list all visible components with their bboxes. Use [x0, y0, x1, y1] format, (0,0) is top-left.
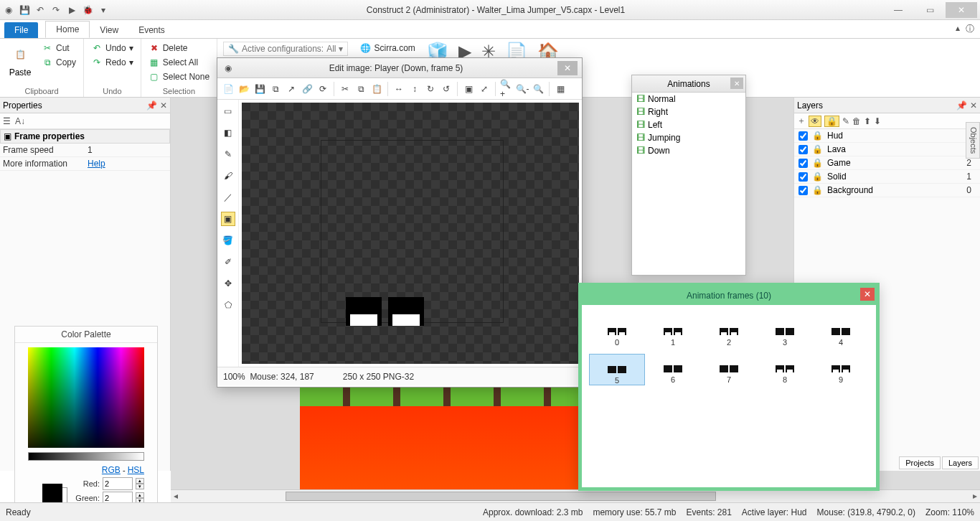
frame-cell[interactable]: 7 [701, 354, 757, 385]
copy-icon[interactable]: ⧉ [354, 83, 367, 95]
maximize-button[interactable]: ▭ [914, 2, 946, 18]
frame-cell[interactable]: 1 [645, 316, 701, 347]
layer-item[interactable]: 🔒Background0 [794, 184, 980, 197]
ribbon-collapse-icon[interactable]: ▴ [956, 23, 960, 35]
layer-item[interactable]: 🔒Solid1 [794, 170, 980, 184]
frame-cell[interactable]: 3 [757, 316, 813, 347]
rectangle-tool-icon[interactable]: ▣ [221, 212, 235, 226]
rotate-ccw-icon[interactable]: ↺ [440, 83, 453, 95]
undo-button[interactable]: ↶Undo ▾ [90, 42, 135, 55]
active-config-dropdown[interactable]: 🔧 Active configurations: All ▾ [223, 42, 348, 56]
edit-icon[interactable]: ✎ [842, 116, 849, 126]
lock-icon[interactable]: 🔒 [812, 158, 823, 168]
spin-down[interactable]: ▾ [136, 484, 144, 489]
tab-home[interactable]: Home [45, 21, 90, 38]
spin-up[interactable]: ▴ [136, 478, 144, 484]
delete-button[interactable]: ✖Delete [147, 42, 211, 55]
properties-group-header[interactable]: ▣ Frame properties [0, 129, 170, 144]
frame-cell[interactable]: 8 [757, 354, 813, 385]
flip-v-icon[interactable]: ↕ [408, 83, 421, 95]
frame-cell[interactable]: 5 [589, 354, 645, 385]
polygon-tool-icon[interactable]: ⬠ [221, 298, 235, 312]
lock-icon[interactable]: 🔒 [812, 131, 823, 141]
zoom-out-icon[interactable]: 🔍- [516, 83, 529, 95]
link-icon[interactable]: 🔗 [301, 83, 314, 95]
categorized-icon[interactable]: ☰ [3, 116, 11, 126]
run-icon[interactable]: ▶ [66, 4, 77, 16]
crop-icon[interactable]: ▣ [462, 83, 475, 95]
layer-visible-checkbox[interactable] [798, 172, 808, 182]
animation-item[interactable]: 🎞Left [632, 118, 745, 131]
lightness-slider[interactable] [28, 452, 144, 461]
export-icon[interactable]: ↗ [285, 83, 298, 95]
picker-tool-icon[interactable]: ✐ [221, 255, 235, 269]
pin-icon[interactable]: 📌 [956, 100, 967, 111]
delete-layer-icon[interactable]: 🗑 [852, 116, 861, 126]
debug-icon[interactable]: 🐞 [82, 4, 93, 16]
save-icon[interactable]: 💾 [253, 83, 266, 95]
select-all-button[interactable]: ▦Select All [147, 56, 211, 69]
layer-item[interactable]: 🔒Hud4 [794, 129, 980, 143]
paste-button[interactable]: 📋 Paste [6, 42, 34, 79]
brush-tool-icon[interactable]: 🖌 [221, 169, 235, 183]
chevron-down-icon[interactable]: ▾ [129, 43, 133, 53]
hsl-mode-link[interactable]: HSL [128, 465, 144, 475]
animation-item[interactable]: 🎞Down [632, 144, 745, 157]
animation-item[interactable]: 🎞Normal [632, 93, 745, 105]
minimize-button[interactable]: — [882, 2, 914, 18]
zoom-fit-icon[interactable]: 🔍 [532, 83, 545, 95]
color-gradient[interactable] [28, 347, 144, 448]
chevron-down-icon[interactable]: ▾ [129, 57, 133, 67]
move-down-icon[interactable]: ⬇ [874, 116, 881, 126]
frame-cell[interactable]: 2 [701, 316, 757, 347]
tab-file[interactable]: File [4, 22, 38, 38]
grid-icon[interactable]: ▦ [554, 83, 567, 95]
animation-item[interactable]: 🎞Right [632, 105, 745, 118]
animation-item[interactable]: 🎞Jumping [632, 131, 745, 144]
close-button[interactable]: ✕ [557, 61, 578, 75]
cut-icon[interactable]: ✂ [339, 83, 352, 95]
objects-side-tab[interactable]: Objects [966, 122, 980, 159]
layer-visible-checkbox[interactable] [798, 131, 808, 141]
zoom-in-icon[interactable]: 🔍+ [500, 83, 513, 95]
pencil-tool-icon[interactable]: ✎ [221, 147, 235, 161]
open-icon[interactable]: 📂 [237, 83, 250, 95]
close-icon[interactable]: ✕ [160, 100, 167, 111]
fill-tool-icon[interactable]: 🪣 [221, 233, 235, 248]
horizontal-scrollbar[interactable]: ◂ ▸ [171, 489, 980, 502]
reload-icon[interactable]: ⟳ [316, 83, 329, 95]
rgb-mode-link[interactable]: RGB [102, 465, 121, 475]
lock-icon[interactable]: 🔒 [812, 185, 823, 195]
undo-icon[interactable]: ↶ [34, 4, 46, 16]
frame-cell[interactable]: 9 [813, 354, 869, 385]
pin-icon[interactable]: 📌 [146, 100, 157, 111]
qat-more-icon[interactable]: ▾ [98, 4, 109, 16]
line-tool-icon[interactable]: ／ [221, 190, 235, 205]
close-button[interactable]: ✕ [860, 288, 875, 301]
tab-projects[interactable]: Projects [899, 456, 941, 469]
resize-icon[interactable]: ⤢ [478, 83, 491, 95]
help-icon[interactable]: ⓘ [966, 23, 974, 35]
close-button[interactable]: ✕ [730, 78, 743, 89]
tab-events[interactable]: Events [128, 22, 175, 38]
origin-tool-icon[interactable]: ✥ [221, 276, 235, 291]
tab-layers[interactable]: Layers [942, 456, 979, 469]
layer-item[interactable]: 🔒Game2 [794, 156, 980, 170]
scrollbar-thumb[interactable] [286, 492, 716, 501]
close-icon[interactable]: ✕ [970, 100, 977, 111]
add-layer-icon[interactable]: ＋ [797, 115, 806, 127]
redo-icon[interactable]: ↷ [50, 4, 62, 16]
help-link[interactable]: Help [88, 159, 105, 169]
alphabetical-icon[interactable]: A↓ [15, 116, 25, 126]
copy-button[interactable]: ⧉Copy [40, 56, 77, 69]
property-row[interactable]: Frame speed 1 [0, 144, 170, 157]
select-none-button[interactable]: ▢Select None [147, 70, 211, 83]
frame-cell[interactable]: 0 [589, 316, 645, 347]
move-up-icon[interactable]: ⬆ [864, 116, 871, 126]
flip-h-icon[interactable]: ↔ [392, 83, 405, 95]
lock-icon[interactable]: 🔒 [824, 116, 839, 127]
color-swatch[interactable] [42, 484, 62, 504]
image-canvas[interactable] [242, 103, 579, 364]
property-row[interactable]: More information Help [0, 157, 170, 171]
duplicate-icon[interactable]: ⧉ [269, 83, 282, 95]
